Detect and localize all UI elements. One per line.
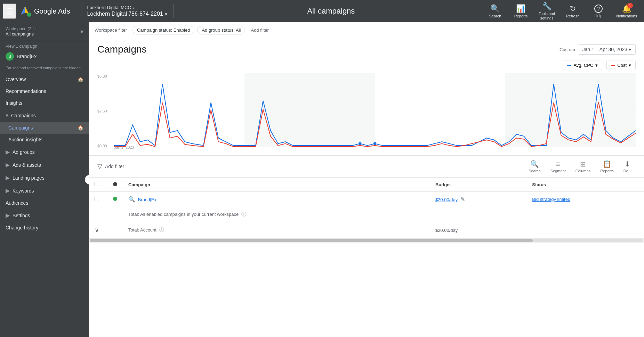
total-account-info-icon[interactable]: ⓘ	[159, 227, 164, 233]
budget-value[interactable]: $20.00/day	[435, 197, 458, 202]
cost-dropdown[interactable]: ▾	[629, 63, 631, 68]
overview-home-icon: 🏠	[78, 77, 83, 82]
sidebar-workspace-info: Workspace (2 filt… All campaigns	[6, 26, 41, 37]
paused-notice: Paused and removed campaigns are hidden	[0, 63, 89, 73]
sidebar-item-ads-assets[interactable]: ▶ Ads & assets	[0, 158, 89, 171]
table-columns-label: Columns	[575, 169, 590, 173]
total-enabled-status-cell	[107, 207, 123, 222]
brand-icon: B	[6, 52, 14, 61]
legend-cost[interactable]: Cost ▾	[606, 61, 636, 70]
tools-icon: 🔧	[542, 2, 552, 11]
add-filter-chip-btn[interactable]: Add filter	[248, 26, 271, 34]
table-reports-icon: 📋	[603, 160, 611, 168]
search-nav-btn[interactable]: 🔍 Search	[483, 2, 507, 20]
sidebar-item-campaigns-group[interactable]: ▾ Campaigns	[0, 109, 89, 122]
y-label-2-5: $2.50	[97, 109, 107, 113]
bid-strategy-limited[interactable]: Bid strategy limited	[532, 197, 570, 202]
sidebar-item-keywords[interactable]: ▶ Keywords	[0, 184, 89, 197]
chart-svg	[114, 73, 636, 147]
help-nav-btn[interactable]: ? Help	[586, 2, 611, 20]
table-filter-icon[interactable]: ▽	[97, 163, 102, 170]
notifications-nav-btn[interactable]: 🔔 1 Notifications	[612, 2, 641, 20]
total-account-collapse-btn[interactable]: ∨	[95, 227, 99, 234]
sidebar-item-campaigns[interactable]: Campaigns 🏠	[0, 122, 89, 134]
sidebar-item-ads-assets-label: Ads & assets	[13, 162, 41, 168]
select-all-checkbox[interactable]	[95, 182, 99, 186]
refresh-nav-btn[interactable]: ↻ Refresh	[561, 2, 585, 20]
header-budget[interactable]: Budget	[430, 178, 526, 192]
campaign-status-chip[interactable]: Campaign status: Enabled	[132, 26, 194, 34]
scrollbar-track[interactable]	[90, 239, 643, 242]
ads-assets-expand-icon: ▶	[6, 162, 10, 168]
brand-item[interactable]: B Brand|Ex	[0, 50, 89, 63]
sidebar-item-auction-insights[interactable]: Auction insights	[0, 134, 89, 146]
sidebar-item-keywords-label: Keywords	[13, 188, 34, 194]
help-icon: ?	[594, 5, 603, 13]
total-account-label: Total: Account	[128, 227, 156, 233]
header-campaign[interactable]: Campaign	[123, 178, 430, 192]
total-account-label-cell: Total: Account ⓘ	[123, 222, 430, 238]
campaign-name-link[interactable]: Brand|Ex	[138, 197, 156, 202]
account-info[interactable]: Lockhern Digital MCC › Lockhern Digital …	[87, 5, 167, 18]
table-segment-icon: ≡	[556, 160, 560, 168]
sidebar-item-landing-pages[interactable]: ▶ Landing pages	[0, 171, 89, 184]
sidebar-item-auction-insights-label: Auction insights	[8, 137, 42, 142]
sidebar-item-overview[interactable]: Overview 🏠	[0, 73, 89, 85]
campaign-type-icon: 🔍	[128, 196, 135, 202]
sidebar-item-settings[interactable]: ▶ Settings	[0, 209, 89, 222]
cost-dot	[611, 65, 615, 66]
ad-group-status-chip-label: Ad group status: All	[202, 28, 241, 33]
budget-edit-icon[interactable]: ✎	[460, 196, 465, 202]
sidebar-workspace[interactable]: Workspace (2 filt… All campaigns ▾	[0, 22, 89, 41]
date-range-selector[interactable]: Custom Jan 1 – Apr 30, 2023 ▾	[560, 44, 636, 55]
sidebar-item-audiences[interactable]: Audiences	[0, 197, 89, 209]
nav-divider-1	[81, 4, 81, 18]
tools-nav-btn[interactable]: 🔧 Tools andsettings	[534, 0, 559, 23]
avg-cpc-dropdown[interactable]: ▾	[595, 63, 598, 68]
row-checkbox[interactable]	[95, 197, 99, 201]
legend-avg-cpc[interactable]: Avg. CPC ▾	[563, 61, 602, 70]
table-download-btn[interactable]: ⬇ Do...	[619, 158, 636, 174]
total-account-collapse-cell[interactable]: ∨	[89, 222, 107, 238]
sidebar-item-insights-label: Insights	[6, 100, 22, 106]
total-enabled-label: Total: All enabled campaigns in your cur…	[128, 212, 239, 217]
notification-badge: 1	[627, 3, 633, 8]
table-search-btn[interactable]: 🔍 Search	[524, 158, 545, 174]
hamburger-menu[interactable]: ☰	[3, 3, 16, 19]
sidebar-item-change-history-label: Change history	[6, 225, 38, 230]
chart-x-label: Jan 1, 2023	[114, 145, 134, 149]
sidebar-item-change-history[interactable]: Change history	[0, 222, 89, 234]
sidebar-item-insights[interactable]: Insights	[0, 97, 89, 109]
table-toolbar: ▽ Add filter 🔍 Search ≡ Segment ⊞ Column…	[89, 155, 644, 178]
scrollbar-thumb[interactable]	[90, 239, 533, 242]
reports-nav-btn[interactable]: 📊 Reports	[509, 2, 533, 20]
avg-cpc-label: Avg. CPC	[573, 63, 593, 68]
account-parent-name: Lockhern Digital MCC	[87, 5, 131, 10]
header-checkbox-cell[interactable]	[89, 178, 107, 192]
total-account-status-cell	[107, 222, 123, 238]
reports-nav-label: Reports	[514, 14, 528, 18]
ad-group-status-chip[interactable]: Ad group status: All	[197, 26, 245, 34]
account-parent-arrow: ›	[133, 5, 135, 10]
workspace-label: Workspace (2 filt…	[6, 26, 41, 31]
row-checkbox-cell[interactable]	[89, 192, 107, 207]
keywords-expand-icon: ▶	[6, 187, 10, 194]
date-selector-btn[interactable]: Jan 1 – Apr 30, 2023 ▾	[578, 44, 636, 55]
header-status-cell	[107, 178, 123, 192]
table-header: Campaign Budget Status	[89, 178, 644, 192]
sidebar-item-ad-groups[interactable]: ▶ Ad groups	[0, 146, 89, 158]
table-add-filter[interactable]: Add filter	[105, 164, 124, 169]
chart-area: $5.00 $2.50 $0.00	[97, 73, 636, 149]
account-parent: Lockhern Digital MCC ›	[87, 5, 167, 10]
sidebar-item-recommendations[interactable]: Recommendations	[0, 85, 89, 97]
table-segment-btn[interactable]: ≡ Segment	[546, 159, 570, 174]
table-columns-btn[interactable]: ⊞ Columns	[571, 158, 595, 174]
table-reports-btn[interactable]: 📋 Reports	[596, 158, 618, 174]
ad-groups-expand-icon: ▶	[6, 149, 10, 155]
workspace-collapse-icon[interactable]: ▾	[80, 28, 83, 36]
header-status[interactable]: Status	[526, 178, 644, 192]
sidebar-item-overview-label: Overview	[6, 77, 26, 82]
account-dropdown-btn[interactable]: ▾	[164, 10, 168, 18]
svg-rect-6	[244, 73, 375, 147]
total-enabled-info-icon[interactable]: ⓘ	[241, 211, 246, 217]
